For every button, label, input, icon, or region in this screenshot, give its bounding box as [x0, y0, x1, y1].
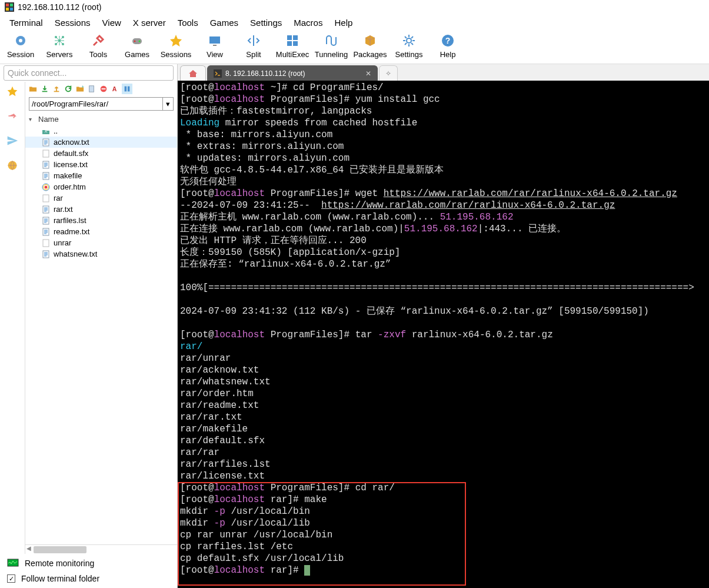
menu-view[interactable]: View — [96, 15, 127, 30]
file-icon — [42, 239, 50, 247]
home-icon — [188, 69, 198, 78]
file-icon — [42, 194, 50, 202]
toolbar-help-button[interactable]: ?Help — [428, 34, 467, 59]
svg-rect-18 — [293, 35, 298, 40]
toolbar-tunneling-button[interactable]: Tunneling — [312, 34, 351, 59]
toolbar-split-button[interactable]: Split — [234, 34, 273, 59]
svg-rect-15 — [209, 36, 220, 44]
text-icon[interactable]: A — [110, 84, 121, 94]
menubar: TerminalSessionsViewX serverToolsGamesSe… — [0, 14, 709, 31]
sftp-tab-icon[interactable] — [5, 109, 19, 123]
svg-rect-44 — [43, 251, 49, 258]
toolbar-packages-button[interactable]: Packages — [351, 34, 390, 59]
file-row[interactable]: whatsnew.txt — [25, 248, 177, 260]
file-row[interactable]: rarfiles.lst — [25, 215, 177, 226]
toolbar-games-button[interactable]: Games — [118, 34, 157, 59]
svg-rect-43 — [43, 240, 49, 247]
svg-point-14 — [139, 41, 141, 42]
window-titlebar: 192.168.110.112 (root) — [0, 0, 709, 14]
file-row[interactable]: order.htm — [25, 181, 177, 192]
toolbar-sessions-button[interactable]: Sessions — [157, 34, 195, 59]
new-tab-button[interactable]: ✧ — [379, 65, 398, 81]
side-tabs — [0, 82, 25, 554]
follow-terminal-row[interactable]: ✓ Follow terminal folder — [7, 574, 170, 583]
menu-macros[interactable]: Macros — [288, 15, 328, 30]
sessions-icon — [169, 34, 183, 48]
home-tab[interactable] — [180, 65, 206, 81]
split-icon — [247, 34, 261, 48]
toolbar-session-button[interactable]: Session — [1, 34, 40, 59]
file-name: default.sfx — [54, 149, 88, 158]
file-mini-toolbar: + A — [25, 82, 177, 96]
delete-icon[interactable] — [98, 84, 109, 94]
file-name: readme.txt — [54, 227, 89, 236]
svg-rect-34 — [43, 161, 49, 168]
file-name: order.htm — [54, 182, 86, 191]
menu-settings[interactable]: Settings — [244, 15, 288, 30]
upload-icon[interactable] — [51, 84, 62, 94]
session-icon — [14, 34, 28, 48]
file-tree-header[interactable]: Name — [25, 113, 177, 125]
file-row[interactable]: license.txt — [25, 159, 177, 170]
file-row[interactable]: default.sfx — [25, 148, 177, 159]
file-tree: Name ..acknow.txtdefault.sfxlicense.txtm… — [25, 112, 177, 544]
svg-rect-30 — [125, 87, 127, 92]
file-tree-hscroll[interactable] — [25, 544, 177, 554]
download-icon[interactable] — [39, 84, 50, 94]
svg-rect-16 — [213, 45, 217, 46]
new-file-icon[interactable] — [86, 84, 97, 94]
svg-rect-1 — [6, 4, 9, 6]
favorites-tab-icon[interactable] — [5, 84, 19, 98]
file-row[interactable]: .. — [25, 125, 177, 137]
terminal-output[interactable]: [root@localhost ~]# cd ProgramFiles/ [ro… — [178, 81, 709, 588]
menu-xserver[interactable]: X server — [127, 15, 172, 30]
svg-rect-42 — [43, 228, 49, 235]
file-row[interactable]: rar — [25, 192, 177, 204]
toolbar-tools-button[interactable]: Tools — [79, 34, 118, 59]
file-icon — [42, 205, 50, 214]
file-name: rar.txt — [54, 205, 73, 214]
menu-help[interactable]: Help — [328, 15, 358, 30]
svg-rect-31 — [128, 87, 130, 92]
send-tab-icon[interactable] — [5, 134, 19, 148]
menu-terminal[interactable]: Terminal — [4, 15, 49, 30]
refresh-icon[interactable] — [63, 84, 74, 94]
session-tab-active[interactable]: 8. 192.168.110.112 (root) ✕ — [207, 65, 378, 81]
menu-sessions[interactable]: Sessions — [49, 15, 96, 30]
file-row[interactable]: rar.txt — [25, 204, 177, 215]
menu-games[interactable]: Games — [204, 15, 244, 30]
toolbar-view-button[interactable]: View — [195, 34, 234, 59]
file-row[interactable]: makefile — [25, 170, 177, 181]
toolbar-servers-button[interactable]: Servers — [40, 34, 79, 59]
toggle-view-icon[interactable] — [122, 84, 132, 94]
remote-monitoring-row[interactable]: Remote monitoring — [7, 559, 170, 568]
new-folder-icon[interactable]: + — [75, 84, 85, 94]
multiexec-icon — [285, 34, 299, 48]
file-row[interactable]: acknow.txt — [25, 137, 177, 148]
toolbar-multiexec-button[interactable]: MultiExec — [273, 34, 312, 59]
file-name: whatsnew.txt — [54, 250, 97, 258]
file-name: unrar — [54, 238, 71, 247]
follow-checkbox-icon[interactable]: ✓ — [7, 574, 15, 583]
svg-point-37 — [45, 185, 48, 188]
close-tab-icon[interactable]: ✕ — [365, 69, 371, 78]
main-toolbar: SessionServersToolsGamesSessionsViewSpli… — [0, 31, 709, 64]
globe-tab-icon[interactable] — [5, 158, 19, 172]
path-dropdown-icon[interactable]: ▾ — [162, 98, 173, 110]
path-input[interactable] — [29, 98, 162, 110]
help-icon: ? — [441, 34, 455, 48]
folder-up-icon[interactable] — [28, 84, 38, 94]
svg-rect-26 — [89, 86, 94, 92]
svg-rect-40 — [43, 206, 49, 213]
quick-connect-input[interactable]: Quick connect... — [4, 65, 174, 81]
file-icon — [42, 250, 50, 258]
svg-rect-39 — [43, 195, 49, 202]
tools-icon — [91, 34, 105, 48]
menu-tools[interactable]: Tools — [172, 15, 204, 30]
svg-text:+: + — [82, 85, 84, 89]
file-row[interactable]: unrar — [25, 237, 177, 248]
svg-rect-4 — [10, 8, 13, 11]
terminal-tab-icon — [214, 69, 222, 78]
file-row[interactable]: readme.txt — [25, 226, 177, 237]
toolbar-settings-button[interactable]: Settings — [390, 34, 428, 59]
